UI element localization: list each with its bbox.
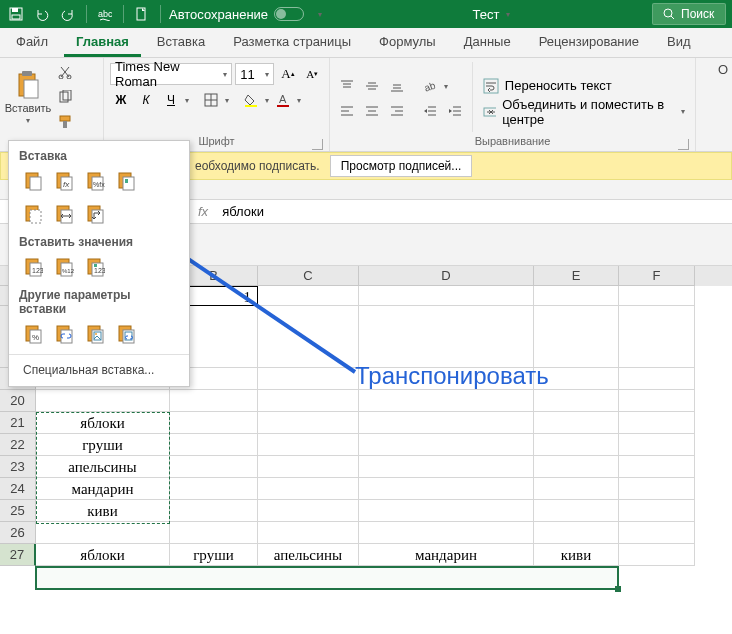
paste-button[interactable]: Вставить ▾ bbox=[6, 60, 50, 134]
cell[interactable] bbox=[359, 456, 534, 478]
autosave-toggle[interactable]: Автосохранение bbox=[169, 7, 304, 22]
cell[interactable] bbox=[619, 390, 695, 412]
cell[interactable] bbox=[170, 412, 258, 434]
redo-icon[interactable] bbox=[58, 4, 78, 24]
cell[interactable] bbox=[534, 412, 619, 434]
paste-values-sourcefmt-button[interactable]: 123 bbox=[81, 253, 108, 280]
row-header[interactable]: 25 bbox=[0, 500, 36, 522]
increase-indent-button[interactable] bbox=[444, 100, 466, 122]
cell[interactable] bbox=[36, 390, 170, 412]
cell[interactable] bbox=[170, 434, 258, 456]
font-size-select[interactable]: 11▾ bbox=[235, 63, 274, 85]
document-dropdown[interactable]: ▾ bbox=[506, 10, 510, 19]
tab-data[interactable]: Данные bbox=[452, 28, 523, 57]
cut-button[interactable] bbox=[54, 61, 76, 83]
cell[interactable] bbox=[619, 286, 695, 306]
cell[interactable] bbox=[534, 522, 619, 544]
cell[interactable]: груши bbox=[170, 544, 258, 566]
align-launcher[interactable] bbox=[678, 139, 689, 150]
font-color-dropdown[interactable]: ▾ bbox=[297, 96, 301, 105]
tab-home[interactable]: Главная bbox=[64, 28, 141, 57]
paste-keep-source-fmt-button[interactable] bbox=[112, 167, 139, 194]
undo-icon[interactable] bbox=[32, 4, 52, 24]
fill-color-button[interactable] bbox=[240, 89, 262, 111]
align-middle-button[interactable] bbox=[361, 75, 383, 97]
tab-insert[interactable]: Вставка bbox=[145, 28, 217, 57]
paste-values-button[interactable]: 123 bbox=[19, 253, 46, 280]
fill-dropdown[interactable]: ▾ bbox=[265, 96, 269, 105]
cell[interactable] bbox=[619, 522, 695, 544]
toggle-off-icon[interactable] bbox=[274, 7, 304, 21]
cell[interactable] bbox=[534, 286, 619, 306]
paste-all-button[interactable] bbox=[19, 167, 46, 194]
cell[interactable] bbox=[534, 434, 619, 456]
tab-review[interactable]: Рецензирование bbox=[527, 28, 651, 57]
cell[interactable] bbox=[534, 478, 619, 500]
italic-button[interactable]: К bbox=[135, 89, 157, 111]
cell[interactable] bbox=[534, 390, 619, 412]
align-bottom-button[interactable] bbox=[386, 75, 408, 97]
tab-file[interactable]: Файл bbox=[4, 28, 60, 57]
view-signatures-button[interactable]: Просмотр подписей... bbox=[330, 155, 473, 177]
paste-linked-picture-button[interactable] bbox=[112, 320, 139, 347]
cell[interactable] bbox=[258, 500, 359, 522]
paste-values-numfmt-button[interactable]: %123 bbox=[50, 253, 77, 280]
tab-pagelayout[interactable]: Разметка страницы bbox=[221, 28, 363, 57]
cell[interactable] bbox=[534, 306, 619, 368]
cell[interactable] bbox=[258, 390, 359, 412]
borders-button[interactable] bbox=[200, 89, 222, 111]
cell[interactable] bbox=[359, 434, 534, 456]
search-box[interactable]: Поиск bbox=[652, 3, 726, 25]
paste-special-menuitem[interactable]: Специальная вставка... bbox=[9, 358, 189, 382]
cell[interactable] bbox=[619, 500, 695, 522]
paste-transpose-button[interactable] bbox=[81, 200, 108, 227]
bold-button[interactable]: Ж bbox=[110, 89, 132, 111]
cell[interactable]: апельсины bbox=[36, 456, 170, 478]
copy-button[interactable] bbox=[54, 86, 76, 108]
cell[interactable] bbox=[619, 412, 695, 434]
cell[interactable] bbox=[359, 390, 534, 412]
cell[interactable] bbox=[170, 478, 258, 500]
tab-view[interactable]: Вид bbox=[655, 28, 703, 57]
cell[interactable] bbox=[619, 306, 695, 368]
cell[interactable] bbox=[258, 478, 359, 500]
cell[interactable]: груши bbox=[36, 434, 170, 456]
row-header[interactable]: 27 bbox=[0, 544, 36, 566]
paste-link-button[interactable] bbox=[50, 320, 77, 347]
qat-more-dropdown[interactable]: ▾ bbox=[310, 4, 330, 24]
row-header[interactable]: 21 bbox=[0, 412, 36, 434]
cell[interactable] bbox=[619, 544, 695, 566]
cell[interactable] bbox=[619, 368, 695, 390]
cell[interactable] bbox=[359, 478, 534, 500]
merge-dropdown[interactable]: ▾ bbox=[681, 107, 685, 116]
cell[interactable] bbox=[170, 522, 258, 544]
row-header[interactable]: 22 bbox=[0, 434, 36, 456]
row-header[interactable]: 20 bbox=[0, 390, 36, 412]
wrap-text-button[interactable]: Переносить текст bbox=[479, 75, 689, 97]
row-header[interactable]: 24 bbox=[0, 478, 36, 500]
cell[interactable] bbox=[258, 412, 359, 434]
cell[interactable] bbox=[619, 434, 695, 456]
cell[interactable]: яблоки bbox=[36, 412, 170, 434]
orientation-dropdown[interactable]: ▾ bbox=[444, 82, 448, 91]
paste-formulas-button[interactable]: fx bbox=[50, 167, 77, 194]
align-right-button[interactable] bbox=[386, 100, 408, 122]
row-header[interactable]: 26 bbox=[0, 522, 36, 544]
tab-formulas[interactable]: Формулы bbox=[367, 28, 448, 57]
col-header-E[interactable]: E bbox=[534, 266, 619, 286]
cell[interactable] bbox=[170, 500, 258, 522]
font-launcher[interactable] bbox=[312, 139, 323, 150]
cell[interactable] bbox=[359, 500, 534, 522]
cell[interactable] bbox=[258, 434, 359, 456]
col-header-F[interactable]: F bbox=[619, 266, 695, 286]
row-header[interactable]: 23 bbox=[0, 456, 36, 478]
newfile-icon[interactable] bbox=[132, 4, 152, 24]
cell[interactable]: киви bbox=[534, 544, 619, 566]
cell[interactable]: киви bbox=[36, 500, 170, 522]
cell[interactable] bbox=[359, 522, 534, 544]
cell[interactable] bbox=[534, 500, 619, 522]
underline-dropdown[interactable]: ▾ bbox=[185, 96, 189, 105]
cell[interactable] bbox=[36, 522, 170, 544]
orientation-button[interactable]: ab bbox=[419, 75, 441, 97]
decrease-font-button[interactable]: A▾ bbox=[302, 63, 323, 85]
